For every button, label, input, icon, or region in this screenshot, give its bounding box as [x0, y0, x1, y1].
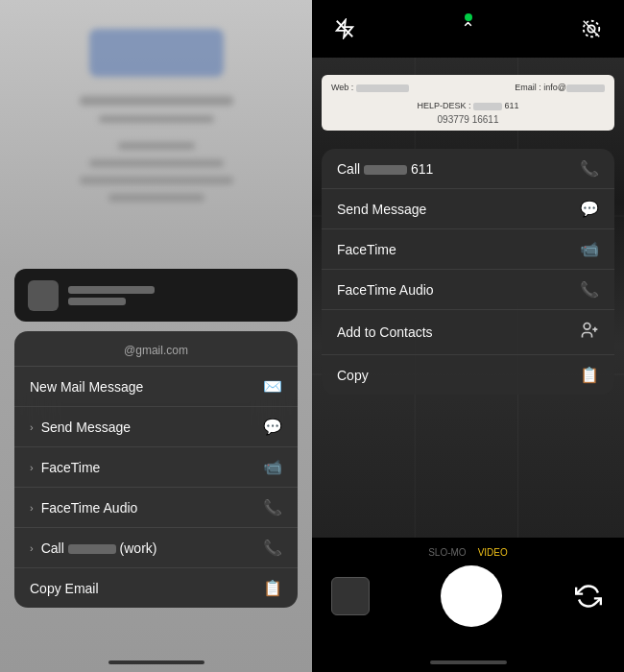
blur-line-6 [108, 194, 204, 202]
left-panel: @gmail.com New Mail Message ✉️ › Send Me… [0, 0, 312, 672]
home-indicator-right [430, 660, 507, 664]
camera-last-photo-thumbnail[interactable] [331, 577, 370, 615]
new-mail-label: New Mail Message [30, 379, 143, 395]
contact-avatar [28, 280, 59, 311]
call-right-left: Call 611 [337, 161, 433, 177]
menu-item-send-message[interactable]: › Send Message 💬 [14, 407, 298, 447]
contact-card-pill [14, 269, 298, 322]
menu-item-send-message-left: › Send Message [30, 420, 131, 435]
menu-item-copy-email[interactable]: Copy Email 📋 [14, 568, 298, 608]
camera-controls-row [312, 565, 624, 627]
copy-email-icon: 📋 [263, 579, 282, 597]
camera-shutter-button[interactable] [441, 565, 502, 627]
facetime-icon: 📹 [263, 458, 282, 476]
scanned-business-card: Web : Email : info@ HELP-DESK : 611 0937… [322, 75, 614, 131]
camera-modes: SLO-MO VIDEO [428, 538, 508, 565]
send-message-right-icon: 💬 [580, 200, 599, 218]
helpdesk-number-blur [473, 103, 502, 110]
blur-top-block [89, 29, 224, 77]
menu-item-call[interactable]: › Call (work) 📞 [14, 528, 298, 568]
menu-item-add-contacts[interactable]: Add to Contacts [322, 310, 614, 355]
facetime-right-icon: 📹 [580, 240, 599, 258]
scanned-helpdesk-row: HELP-DESK : 611 [331, 95, 605, 112]
send-message-icon: 💬 [263, 418, 282, 436]
live-photo-off-icon[interactable] [576, 13, 607, 44]
menu-item-copy-right[interactable]: Copy 📋 [322, 355, 614, 395]
contact-detail-blur [68, 298, 126, 305]
new-mail-icon: ✉️ [263, 377, 282, 396]
menu-item-copy-email-left: Copy Email [30, 581, 99, 596]
scanned-web-email-row: Web : Email : info@ [331, 83, 605, 92]
camera-bottom-bar: SLO-MO VIDEO [312, 538, 624, 672]
facetime-chevron: › [30, 462, 34, 473]
menu-item-facetime-audio-left: › FaceTime Audio [30, 500, 137, 516]
send-message-label: Send Message [41, 420, 131, 435]
send-message-right-label: Send Message [337, 202, 426, 217]
menu-item-facetime-left: › FaceTime [30, 460, 100, 475]
slo-mo-mode[interactable]: SLO-MO [428, 547, 466, 558]
call-chevron: › [30, 542, 34, 554]
facetime-right-label: FaceTime [337, 242, 396, 257]
facetime-audio-chevron: › [30, 502, 34, 514]
copy-email-label: Copy Email [30, 581, 99, 596]
facetime-audio-right-label: FaceTime Audio [337, 282, 434, 298]
menu-item-facetime-right[interactable]: FaceTime 📹 [322, 229, 614, 270]
menu-item-send-message-right[interactable]: Send Message 💬 [322, 189, 614, 229]
call-number-right-blur [364, 165, 407, 175]
add-contacts-icon [580, 321, 599, 344]
call-label: Call (work) [41, 540, 157, 556]
menu-item-call-right[interactable]: Call 611 📞 [322, 149, 614, 189]
blur-line-1 [80, 96, 233, 106]
call-icon: 📞 [263, 539, 282, 557]
camera-chevron-icon[interactable]: ⌃ [461, 18, 475, 39]
blur-line-3 [118, 142, 195, 150]
call-right-label: Call 611 [337, 161, 433, 177]
contact-name-blur [68, 286, 155, 294]
copy-right-icon: 📋 [580, 366, 599, 384]
web-label: Web : [331, 83, 409, 92]
call-right-icon: 📞 [580, 159, 599, 178]
helpdesk-suffix: 611 [505, 101, 519, 110]
menu-item-call-left: › Call (work) [30, 540, 156, 556]
flash-off-icon[interactable] [329, 13, 360, 44]
facetime-label: FaceTime [41, 460, 101, 475]
camera-flip-button[interactable] [572, 580, 605, 612]
left-context-menu: @gmail.com New Mail Message ✉️ › Send Me… [14, 331, 298, 608]
email-domain-blur [566, 84, 605, 92]
video-mode[interactable]: VIDEO [478, 547, 508, 558]
facetime-audio-icon: 📞 [263, 498, 282, 516]
call-number-blur [68, 544, 116, 554]
right-panel: ⌃ Web : Email : info@ HELP-DESK [312, 0, 624, 672]
menu-item-new-mail-left: New Mail Message [30, 379, 143, 395]
facetime-audio-label: FaceTime Audio [41, 500, 138, 516]
menu-item-facetime-audio-right[interactable]: FaceTime Audio 📞 [322, 270, 614, 310]
blur-line-4 [89, 159, 224, 167]
blur-lines [19, 96, 293, 202]
menu-item-facetime-audio[interactable]: › FaceTime Audio 📞 [14, 488, 298, 528]
blur-line-5 [80, 177, 233, 184]
left-blurred-content [0, 0, 312, 202]
helpdesk-label: HELP-DESK : 611 [417, 101, 518, 110]
camera-top-bar: ⌃ [312, 0, 624, 58]
email-header-text: @gmail.com [124, 344, 188, 357]
phone-number-display: 093779 16611 [331, 114, 605, 125]
send-message-chevron: › [30, 421, 34, 433]
web-url-blur [356, 84, 409, 92]
menu-item-facetime[interactable]: › FaceTime 📹 [14, 447, 298, 488]
contact-info-block [68, 286, 155, 305]
email-header: @gmail.com [14, 331, 298, 367]
camera-active-dot [465, 13, 472, 21]
add-contacts-label: Add to Contacts [337, 324, 433, 340]
blur-line-2 [99, 115, 214, 123]
email-label: Email : info@ [515, 83, 605, 92]
menu-item-new-mail[interactable]: New Mail Message ✉️ [14, 367, 298, 407]
facetime-audio-right-icon: 📞 [580, 280, 599, 299]
right-context-menu: Call 611 📞 Send Message 💬 FaceTime 📹 Fac… [322, 149, 614, 395]
svg-point-9 [584, 324, 590, 330]
home-indicator-left [108, 660, 204, 664]
copy-right-label: Copy [337, 368, 369, 383]
